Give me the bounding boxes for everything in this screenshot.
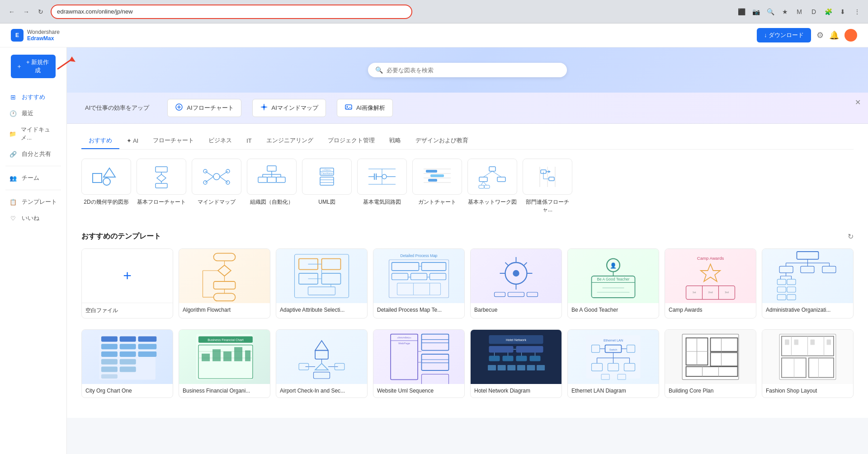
template-card-label: Adaptive Attribute Selecti... [276,303,367,317]
refresh-button[interactable]: ↻ [848,232,854,241]
body-layout: ＋ + 新規作成 ⊞ おすすめ 🕐 最近 [0,47,868,454]
search-input[interactable] [387,67,560,74]
mail-icon[interactable]: M [794,6,805,17]
tab-project[interactable]: プロジェクト管理 [321,133,382,149]
svg-marker-185 [315,363,328,370]
svg-rect-15 [156,183,167,188]
svg-marker-14 [157,174,166,182]
puzzle-icon[interactable]: 🧩 [823,6,834,17]
template-card-good-teacher[interactable]: 👤 Be A Good Teacher Be A Good Teacher [567,248,659,318]
svg-rect-143 [779,266,793,272]
svg-rect-153 [787,287,796,292]
ai-flowchart-label: AIフローチャート [187,104,233,112]
refresh-button[interactable]: ↻ [34,5,47,18]
tab-flowchart[interactable]: フローチャート [146,133,201,149]
svg-rect-163 [120,336,136,342]
svg-rect-160 [101,359,118,365]
template-card-building-core[interactable]: Building Core Plan [665,329,756,398]
svg-text:Camp Awards: Camp Awards [697,256,724,261]
sidebar-item-shared[interactable]: 🔗 自分と共有 [2,146,65,162]
template-card-admin-org[interactable]: Administrative Organizati... [762,248,854,318]
template-card-ethernet-lan[interactable]: Ethernet LAN Switch [567,329,659,398]
sidebar-item-favorites[interactable]: ♡ いいね [2,210,65,226]
sidebar-nav: ⊞ おすすめ 🕐 最近 📁 マイドキュメ... 🔗 自分と共有 👥 [0,89,66,226]
settings-icon[interactable]: ⚙ [816,30,824,40]
template-card-barbecue[interactable]: Barbecue [470,248,562,318]
sidebar-item-template[interactable]: 📋 テンプレート [2,194,65,210]
screenshot-icon[interactable]: 📷 [750,6,761,17]
ai-flowchart-icon [175,103,183,113]
sidebar-item-recent[interactable]: 🕐 最近 [2,105,65,122]
template-thumbnail: «boundary» WebPage [373,330,464,384]
template-card-adaptive[interactable]: Adaptive Attribute Selecti... [276,248,368,318]
template-card-city-org[interactable]: City Org Chart One [81,329,173,398]
template-card-detailed-process[interactable]: Detailed Process Map [373,248,465,318]
menu-icon[interactable]: ⋮ [852,6,863,17]
svg-text:Ethernet LAN: Ethernet LAN [604,338,623,342]
type-card-img [81,159,131,195]
ai-mindmap-button[interactable]: AIマインドマップ [252,99,326,117]
type-card-2d-shapes[interactable]: 2Dの幾何学的図形 [81,159,131,214]
template-card-airport[interactable]: Airport Check-In and Sec... [276,329,368,398]
sidebar-item-recommended[interactable]: ⊞ おすすめ [2,89,65,105]
user-avatar[interactable] [844,29,857,42]
plus-icon: ＋ [16,62,22,70]
tab-ai[interactable]: ✦ AI [119,134,146,149]
download-button[interactable]: ↓ ダウンロード [757,28,811,42]
template-card-label: 空白ファイル [82,303,173,318]
svg-marker-79 [218,265,231,276]
sidebar-item-label: おすすめ [22,93,45,101]
template-card-hotel-network[interactable]: Hotel Network [470,329,562,398]
template-thumbnail: Camp Awards 1st 2nd 3rd [665,249,756,303]
close-banner-button[interactable]: ✕ [855,98,861,107]
svg-line-23 [220,171,228,177]
svg-rect-162 [101,374,118,379]
type-card-mindmap[interactable]: マインドマップ [192,159,241,214]
type-card-circuit[interactable]: 基本電気回路図 [357,159,407,214]
ai-flowchart-button[interactable]: AIフローチャート [167,99,241,117]
bookmark-icon[interactable]: ★ [779,6,790,17]
app-layout: E Wondershare EdrawMax ↓ ダウンロード ⚙ 🔔 ＋ + … [0,23,868,454]
svg-rect-166 [120,359,136,365]
svg-line-116 [505,262,509,266]
svg-line-61 [492,171,501,177]
template-card-website-uml[interactable]: «boundary» WebPage [373,329,465,398]
address-bar[interactable] [51,5,412,19]
d-icon[interactable]: D [808,6,819,17]
tab-design[interactable]: デザインおよび教育 [408,133,476,149]
download-icon[interactable]: ⬇ [837,6,848,17]
cast-icon[interactable]: ⬛ [736,6,747,17]
tab-engineering[interactable]: エンジニアリング [259,133,321,149]
zoom-icon[interactable]: 🔍 [765,6,776,17]
type-card-cross-func[interactable]: 部門連係フローチャ... [523,159,572,214]
tab-strategy[interactable]: 戦略 [382,133,408,149]
type-card-uml[interactable]: «class» ClassName UML図 [302,159,352,214]
type-card-network[interactable]: 基本ネットワーク図 [467,159,517,214]
template-card-blank[interactable]: + 空白ファイル [81,248,173,318]
svg-rect-158 [101,344,118,349]
template-card-algorithm[interactable]: Algorithm Flowchart [179,248,270,318]
template-card-camp-awards[interactable]: Camp Awards 1st 2nd 3rd Camp Awards [665,248,756,318]
svg-rect-118 [495,292,505,297]
type-card-label: 部門連係フローチャ... [523,198,572,214]
svg-line-117 [524,262,527,266]
template-thumbnail [762,249,853,303]
back-button[interactable]: ← [5,5,18,18]
template-card-business-financial[interactable]: Business Financial Chart [179,329,270,398]
svg-rect-219 [498,365,506,370]
sidebar-item-team[interactable]: 👥 チーム [2,170,65,186]
tab-it[interactable]: IT [239,134,259,149]
type-card-basic-flowchart[interactable]: 基本フローチャート [137,159,186,214]
tab-business[interactable]: ビジネス [201,133,239,149]
type-card-img [523,159,572,195]
ai-image-button[interactable]: AI画像解析 [337,99,393,117]
template-card-fashion-shop[interactable]: Fashion Shop Layout [762,329,854,398]
notifications-icon[interactable]: 🔔 [829,30,839,40]
forward-button[interactable]: → [20,5,33,18]
type-card-gantt[interactable]: ガントチャート [412,159,462,214]
new-button[interactable]: ＋ + 新規作成 [11,55,56,78]
type-card-org-chart[interactable]: 組織図（自動化） [247,159,297,214]
tab-recommended[interactable]: おすすめ [81,133,119,149]
template-thumbnail: Ethernet LAN Switch [568,330,659,384]
sidebar-item-mydocs[interactable]: 📁 マイドキュメ... [2,122,65,146]
